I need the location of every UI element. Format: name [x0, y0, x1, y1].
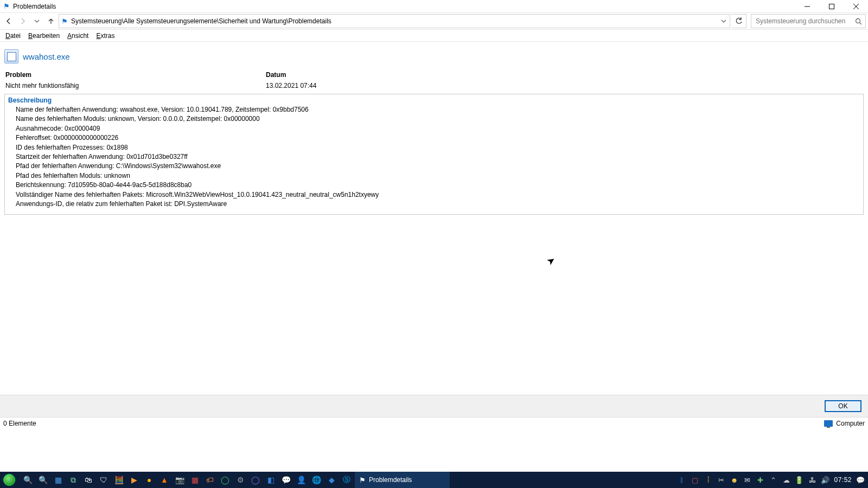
tray-chevron-icon[interactable]: ⌃ — [769, 476, 777, 484]
menubar: DateiBearbeitenAnsichtExtras — [0, 30, 868, 42]
app-icon-red[interactable]: ▦ — [190, 475, 200, 485]
media-player-icon[interactable]: ▶ — [129, 475, 139, 485]
description-box: Beschreibung Name der fehlerhaften Anwen… — [4, 94, 864, 215]
description-line: ID des fehlerhaften Prozesses: 0x1898 — [16, 143, 860, 152]
vlc-icon[interactable]: ▲ — [159, 475, 169, 485]
description-line: Pfad des fehlerhaften Moduls: unknown — [16, 171, 860, 181]
tray-icon-scissors[interactable]: ✂ — [717, 476, 725, 484]
recent-dropdown-button[interactable] — [30, 14, 43, 28]
svg-line-5 — [860, 22, 862, 24]
chat-icon[interactable]: 💬 — [281, 475, 291, 485]
description-title: Beschreibung — [8, 97, 860, 104]
app-name: wwahost.exe — [23, 52, 70, 61]
titlebar: ⚑ Problemdetails — [0, 0, 868, 12]
task-manager-icon[interactable]: ⧉ — [68, 475, 78, 485]
flag-icon: ⚑ — [359, 476, 366, 484]
breadcrumb: Systemsteuerung\Alle Systemsteuerungsele… — [71, 17, 331, 25]
window-title: Problemdetails — [13, 3, 56, 10]
description-line: Vollständiger Name des fehlerhaften Pake… — [16, 190, 860, 200]
svg-rect-1 — [829, 4, 834, 9]
search-icon[interactable] — [855, 18, 862, 25]
person-icon[interactable]: 👤 — [296, 475, 306, 485]
refresh-button[interactable] — [731, 14, 746, 28]
taskbar: 🔍 🔍 ▦ ⧉ 🛍 🛡 🧮 ▶ ● ▲ 📷 ▦ 🏷 ◯ ⚙ ◯ ◧ 💬 👤 🌐 … — [0, 472, 868, 488]
search-icon-alt[interactable]: 🔍 — [38, 475, 48, 485]
maximize-button[interactable] — [819, 0, 844, 12]
description-lines: Name der fehlerhaften Anwendung: wwahost… — [8, 105, 860, 209]
tag-icon[interactable]: 🏷 — [205, 475, 215, 485]
back-button[interactable] — [2, 14, 15, 28]
action-center-icon[interactable]: 💬 — [856, 476, 865, 484]
battery-icon[interactable]: 🔋 — [795, 476, 803, 484]
tray-icon-shield[interactable]: ✚ — [756, 476, 764, 484]
column-header-date: Datum — [266, 71, 864, 79]
taskbar-active-task[interactable]: ⚑ Problemdetails — [355, 472, 450, 488]
description-line: Name der fehlerhaften Anwendung: wwahost… — [16, 105, 860, 114]
computer-icon — [824, 420, 833, 427]
description-line: Startzeit der fehlerhaften Anwendung: 0x… — [16, 152, 860, 162]
status-bar: 0 Elemente Computer — [0, 418, 868, 429]
menu-file[interactable]: Datei — [5, 32, 21, 40]
dialog-button-bar: OK — [0, 395, 868, 418]
search-box[interactable] — [751, 14, 866, 28]
flag-icon: ⚑ — [61, 17, 68, 25]
system-tray: ᛒ ▢ ⸾ ✂ ☻ ✉ ✚ ⌃ ☁ 🔋 🖧 🔊 07:52 💬 — [678, 476, 868, 484]
taskbar-pinned: 🔍 🔍 ▦ ⧉ 🛍 🛡 🧮 ▶ ● ▲ 📷 ▦ 🏷 ◯ ⚙ ◯ ◧ 💬 👤 🌐 … — [18, 475, 352, 485]
tray-icon-orange[interactable]: ⸾ — [704, 476, 712, 484]
clock[interactable]: 07:52 — [834, 476, 852, 484]
navbar: ⚑ Systemsteuerung\Alle Systemsteuerungse… — [0, 12, 868, 30]
description-line: Name des fehlerhaften Moduls: unknown, V… — [16, 114, 860, 124]
cursor-icon: ➤ — [544, 254, 558, 268]
chevron-down-icon[interactable] — [720, 18, 727, 24]
description-line: Fehleroffset: 0x0000000000000226 — [16, 133, 860, 143]
content-area: wwahost.exe Problem Datum Nicht mehr fun… — [0, 42, 868, 215]
address-bar[interactable]: ⚑ Systemsteuerung\Alle Systemsteuerungse… — [59, 14, 730, 28]
value-date: 13.02.2021 07:44 — [266, 82, 864, 89]
menu-edit[interactable]: Bearbeiten — [28, 32, 60, 40]
file-explorer-icon[interactable]: ▦ — [53, 475, 63, 485]
ok-button[interactable]: OK — [825, 400, 861, 412]
security-icon[interactable]: 🛡 — [99, 475, 108, 485]
start-button[interactable] — [0, 472, 18, 488]
cloud-icon[interactable]: ☁ — [782, 476, 790, 484]
description-line: Pfad der fehlerhaften Anwendung: C:\Wind… — [16, 162, 860, 171]
app-icon-blue2[interactable]: ◆ — [327, 475, 336, 485]
tray-icon-red[interactable]: ▢ — [691, 476, 699, 484]
mail-icon[interactable]: ✉ — [743, 476, 751, 484]
app-icon-orange[interactable]: ● — [144, 475, 154, 485]
description-line: Anwendungs-ID, die relativ zum fehlerhaf… — [16, 200, 860, 209]
calculator-icon[interactable]: 🧮 — [114, 475, 124, 485]
network-icon[interactable]: 🖧 — [808, 476, 816, 484]
volume-icon[interactable]: 🔊 — [821, 476, 829, 484]
menu-view[interactable]: Ansicht — [67, 32, 88, 40]
start-orb-icon — [3, 474, 15, 486]
camera-icon[interactable]: 📷 — [175, 475, 184, 485]
minimize-button[interactable] — [795, 0, 819, 12]
tray-icon-smile[interactable]: ☻ — [730, 476, 738, 484]
status-left: 0 Elemente — [3, 420, 36, 427]
value-problem: Nicht mehr funktionsfähig — [5, 82, 266, 89]
description-line: Ausnahmecode: 0xc0000409 — [16, 124, 860, 133]
taskbar-active-task-label: Problemdetails — [369, 476, 412, 484]
bluetooth-icon[interactable]: ᛒ — [678, 476, 686, 484]
gear-icon[interactable]: ⚙ — [235, 475, 245, 485]
forward-button[interactable] — [16, 14, 29, 28]
status-right-label: Computer — [836, 420, 865, 427]
svg-point-4 — [856, 18, 860, 23]
flag-icon: ⚑ — [3, 2, 10, 10]
close-button[interactable] — [844, 0, 868, 12]
up-button[interactable] — [44, 14, 58, 28]
app-icon-blue[interactable]: ◧ — [266, 475, 276, 485]
store-icon[interactable]: 🛍 — [84, 475, 93, 485]
app-icon — [4, 49, 18, 63]
search-icon[interactable]: 🔍 — [23, 475, 33, 485]
column-header-problem: Problem — [5, 71, 266, 79]
globe-icon[interactable]: 🌐 — [311, 475, 321, 485]
circle-green-icon[interactable]: ◯ — [220, 475, 230, 485]
search-input[interactable] — [755, 17, 855, 25]
skype-icon[interactable]: Ⓢ — [342, 475, 352, 485]
circle-purple-icon[interactable]: ◯ — [251, 475, 260, 485]
description-line: Berichtskennung: 7d10595b-80a0-4e44-9ac5… — [16, 181, 860, 190]
menu-extras[interactable]: Extras — [96, 32, 114, 40]
